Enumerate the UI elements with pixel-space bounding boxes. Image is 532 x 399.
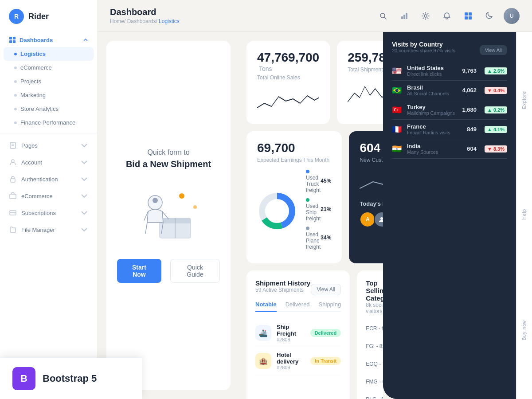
nav-dot-store-analytics [14,108,17,110]
cat-row-2: FGI - 82% 12,000 [366,340,383,352]
shipment-history-card: Shipment History 59 Active Shipments Vie… [246,270,350,399]
ship-status-2: In Transit [310,357,341,365]
quick-guide-button[interactable]: Quick Guide [170,259,220,283]
country-info-in: India Many Sources [407,143,462,155]
svg-point-27 [179,193,184,199]
country-sub-fr: Impact Radius visits [407,130,462,135]
bootstrap-badge: B [12,367,35,390]
nav-dot-projects [14,80,17,83]
country-row-us: 🇺🇸 United States Direct link clicks 9,76… [392,61,507,81]
svg-point-26 [153,198,158,203]
search-icon[interactable] [376,9,390,23]
sidebar-item-account[interactable]: Account [0,154,97,171]
svg-rect-10 [10,211,16,215]
svg-rect-20 [465,16,468,20]
settings-icon[interactable] [419,9,433,23]
chevron-down-icon-5 [80,209,88,217]
shipment-tabs: Notable Delivered Shipping [255,301,341,312]
sidebar-label-pages: Pages [21,142,38,149]
header: Dashboard Home/ Dashboards/ Logistics [98,0,532,32]
sidebar: R Rider Dashboards Logistics eCommerce P… [0,0,98,399]
country-info-tr: Turkey Mailchimp Campaigns [407,104,458,116]
countries-sub: 20 countries share 97% visits [392,48,455,53]
main-content: Dashboard Home/ Dashboards/ Logistics [98,0,532,399]
tab-notable[interactable]: Notable [255,301,277,312]
cat-row-5: PLG - 50% 7,000 [366,393,383,399]
sidebar-item-ecommerce-top[interactable]: eCommerce [0,188,97,204]
country-name-us: United States [407,65,458,71]
sidebar-item-authentication[interactable]: Authentication [0,171,97,188]
sidebar-label-finance: Finance Performance [20,119,75,126]
hero-avatar-2 [374,211,383,227]
chart-icon[interactable] [397,9,411,23]
countries-section: Visits by Country 20 countries share 97%… [383,32,516,399]
ship-name-2: Hotel delivery [277,352,305,365]
buy-now-label[interactable]: Buy now [522,320,527,340]
countries-view-all[interactable]: View All [480,45,507,55]
country-row-tr: 🇹🇷 Turkey Mailchimp Campaigns 1,680 ▲ 0.… [392,100,507,120]
grid-icon[interactable] [461,9,475,23]
sidebar-label-store-analytics: Store Analytics [20,106,59,112]
country-sub-in: Many Sources [407,149,462,155]
heroes-section: Today's Heroes A S P [360,195,383,227]
sidebar-item-pages[interactable]: Pages [0,137,97,154]
nav-dot-logistics [14,53,17,55]
svg-rect-8 [11,179,15,182]
sidebar-item-logistics[interactable]: Logistics [4,47,94,61]
sidebar-label-marketing: Marketing [20,92,46,98]
start-now-button[interactable]: Start Now [117,259,161,283]
chevron-down-icon-4 [80,192,88,200]
country-row-br: 🇧🇷 Brasil All Social Channels 4,062 ▼ 0.… [392,81,507,100]
shipment-illustration [133,183,204,245]
explore-panel: Explore Help Buy now [516,32,532,399]
explore-label[interactable]: Explore [522,91,527,109]
tab-delivered[interactable]: Delivered [286,301,310,311]
chevron-down-icon-2 [80,158,88,166]
shipment-row-2: 🏨 Hotel delivery #2809 In Transit [255,347,341,375]
breadcrumb-dashboards: Dashboards/ [127,18,159,24]
donut-chart [257,191,297,231]
shipment-history-header: Shipment History 59 Active Shipments Vie… [255,279,341,299]
logo: R Rider [0,9,97,33]
subscriptions-icon [9,209,17,217]
header-actions: U [376,8,520,24]
help-label[interactable]: Help [522,209,527,220]
avatars-row: A S P +2 [360,211,383,227]
content-area: Quick form to Bid a New Shipment [98,32,532,399]
svg-point-7 [12,160,14,162]
sidebar-label-authentication: Authentication [21,176,58,183]
chevron-down-icon-3 [80,175,88,183]
svg-point-17 [424,15,427,17]
sidebar-item-ecommerce[interactable]: eCommerce [0,61,97,74]
sidebar-item-projects[interactable]: Projects [0,74,97,88]
legend-ship: Used Ship freight 21% [306,197,331,222]
svg-rect-15 [403,15,405,19]
country-info-fr: France Impact Radius visits [407,123,462,135]
shipment-history-sub: 59 Active Shipments [255,287,310,293]
total-sales-card: 47,769,700 Tons Total Online Sales [246,41,330,124]
sidebar-item-subscriptions[interactable]: Subscriptions [0,204,97,221]
dark-mode-icon[interactable] [482,9,497,23]
notifications-icon[interactable] [440,9,454,23]
sidebar-item-file-manager[interactable]: File Manager [0,221,97,238]
heroes-label: Today's Heroes [360,200,383,207]
svg-rect-21 [469,16,472,20]
tab-shipping[interactable]: Shipping [319,301,341,311]
dashboards-section[interactable]: Dashboards [0,33,97,47]
earnings-card: 69,700 Expected Earnings This Month [246,131,342,263]
user-avatar[interactable]: U [504,8,520,24]
hero-avatar-1: A [360,211,376,227]
shipment-subtitle: Quick form to [147,149,189,156]
ecommerce-icon [9,192,17,200]
sidebar-item-store-analytics[interactable]: Store Analytics [0,102,97,116]
sidebar-item-finance[interactable]: Finance Performance [0,116,97,129]
flag-us: 🇺🇸 [392,67,403,75]
sidebar-item-marketing[interactable]: Marketing [0,88,97,102]
bottom-row: Shipment History 59 Active Shipments Vie… [246,270,376,399]
shipment-history-view-all[interactable]: View All [311,284,341,295]
sidebar-label-file-manager: File Manager [21,227,55,233]
categories-sub: 8k social visitors [366,302,383,314]
total-sales-value: 47,769,700 [257,51,319,64]
total-sales-unit: Tons [259,65,272,72]
total-shipments-card: 259,786 Total Shipments [337,41,383,124]
